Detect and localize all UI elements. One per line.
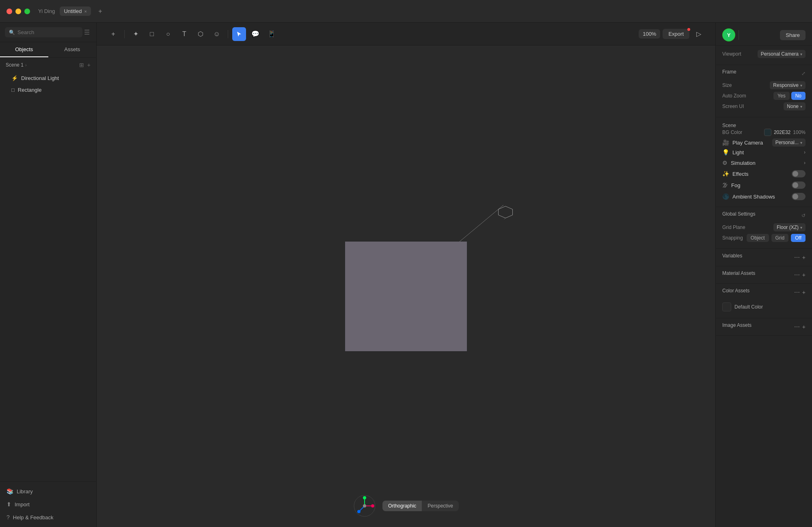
auto-zoom-controls: Yes No [773,92,806,100]
snap-grid-button[interactable]: Grid [771,234,789,242]
bg-color-label: BG Color [722,130,742,135]
bg-color-swatch[interactable] [764,129,771,136]
orthographic-button[interactable]: Orthographic [382,501,422,511]
tab-objects[interactable]: Objects [0,42,48,57]
light-expand-icon[interactable]: › [804,149,806,155]
import-item[interactable]: ⬆ Import [0,498,96,511]
close-button[interactable] [6,9,12,14]
scene-section-label: Scene [722,123,736,128]
toolbar-divider-2 [228,30,228,38]
search-box[interactable]: 🔍 [5,27,82,37]
tree-item-directional-light[interactable]: ⚡ Directional Light [0,72,96,84]
cursor-tool-button[interactable] [232,27,246,41]
default-color-swatch[interactable] [722,302,731,311]
bg-color-row: BG Color 202E32 100% [722,129,806,136]
maximize-button[interactable] [24,9,30,14]
variables-more-icon[interactable]: ⋯ [794,254,800,261]
fog-toggle[interactable] [792,181,806,189]
new-tab-button[interactable]: + [96,7,105,16]
tab-close-icon[interactable]: × [84,9,87,14]
play-camera-dropdown[interactable]: Personal... ▾ [772,138,806,147]
toolbar-divider-1 [124,30,125,38]
share-button[interactable]: Share [780,30,806,40]
screen-ui-dropdown[interactable]: None ▾ [784,102,806,110]
scene-grid-icon[interactable]: ⊞ [79,62,84,68]
ambient-shadows-label: Ambient Shadows [732,194,775,200]
viewport[interactable]: Orthographic Perspective [97,45,715,527]
comment-tool-button[interactable]: 💬 [248,27,262,41]
face-tool-button[interactable]: ☺ [210,27,224,41]
poly-tool-button[interactable]: ⬡ [194,27,207,41]
bg-opacity-value: 100% [793,130,806,135]
size-dropdown[interactable]: Responsive ▾ [770,81,806,89]
scene-add-icon[interactable]: + [87,62,91,68]
circle-tool-button[interactable]: ○ [161,27,175,41]
add-tool-button[interactable]: + [106,27,120,41]
default-color-row: Default Color [722,300,806,314]
tab-assets[interactable]: Assets [48,42,97,57]
screen-tool-button[interactable]: 📱 [265,27,279,41]
material-more-icon[interactable]: ⋯ [794,272,800,278]
global-settings-header: Global Settings ↺ [722,211,806,220]
snapping-controls: Object Grid Off [747,234,806,242]
size-chevron-icon: ▾ [800,83,802,88]
material-add-icon[interactable]: + [802,272,806,278]
search-input[interactable] [17,29,78,35]
import-label: Import [15,501,30,508]
viewport-value: Personal Camera [761,51,799,57]
search-icon: 🔍 [9,30,15,35]
panel-top-left: Y [722,28,739,41]
auto-zoom-no-button[interactable]: No [791,92,806,100]
export-button[interactable]: Export [663,29,689,39]
global-settings-label: Global Settings [722,211,755,217]
perspective-button[interactable]: Perspective [422,501,459,511]
simulation-icon: ⚙ [722,160,728,166]
effects-toggle-knob [793,171,798,177]
rectangle-label: Rectangle [18,87,42,93]
text-tool-button[interactable]: T [177,27,191,41]
rect-tool-button[interactable]: □ [145,27,159,41]
move-tool-button[interactable]: ✦ [129,27,143,41]
viewport-dropdown[interactable]: Personal Camera ▾ [758,50,806,58]
library-item[interactable]: 📚 Library [0,485,96,498]
snap-off-button[interactable]: Off [791,234,806,242]
variables-add-icon[interactable]: + [802,254,806,261]
minimize-button[interactable] [15,9,21,14]
main-layout: 🔍 ☰ Objects Assets Scene 1 › ⊞ + ⚡ Direc… [0,23,812,527]
view-toggle: Orthographic Perspective [382,501,459,511]
color-add-icon[interactable]: + [802,289,806,296]
global-settings-section: Global Settings ↺ Grid Plane Floor (XZ) … [716,207,812,249]
zoom-badge[interactable]: 100% [639,29,660,39]
play-button[interactable]: ▷ [692,27,706,41]
svg-line-1 [499,218,506,219]
screen-ui-chevron-icon: ▾ [800,104,802,109]
image-more-icon[interactable]: ⋯ [794,324,800,330]
play-camera-row: 🎥 Play Camera Personal... ▾ [722,138,806,147]
frame-expand-icon[interactable]: ⤢ [801,71,806,76]
simulation-expand-icon[interactable]: › [804,160,806,166]
color-more-icon[interactable]: ⋯ [794,289,800,296]
view-gizmo[interactable] [353,495,376,517]
effects-toggle[interactable] [792,170,806,177]
camera-indicator [495,205,516,219]
library-icon: 📚 [6,488,13,495]
tab[interactable]: Untitled × [60,6,91,16]
simulation-label-wrap: ⚙ Simulation [722,160,756,166]
help-item[interactable]: ? Help & Feedback [0,511,96,524]
simulation-row: ⚙ Simulation › [722,158,806,168]
material-assets-header: Material Assets ⋯ + [722,270,806,279]
global-settings-icon[interactable]: ↺ [801,213,806,218]
auto-zoom-yes-button[interactable]: Yes [773,92,790,100]
tree-item-rectangle[interactable]: □ Rectangle [0,84,96,96]
frame-label: Frame [722,69,736,75]
bg-color-controls: 202E32 100% [764,129,806,136]
viewport-chevron-icon: ▾ [800,52,802,56]
ambient-shadows-toggle[interactable] [792,193,806,200]
sidebar-menu-icon[interactable]: ☰ [82,27,91,38]
image-add-icon[interactable]: + [802,324,806,330]
snap-object-button[interactable]: Object [747,234,769,242]
grid-plane-dropdown[interactable]: Floor (XZ) ▾ [773,223,806,231]
rectangle-shape[interactable] [345,242,467,351]
avatar: Y [722,28,735,41]
effects-row: ✨ Effects [722,168,806,179]
